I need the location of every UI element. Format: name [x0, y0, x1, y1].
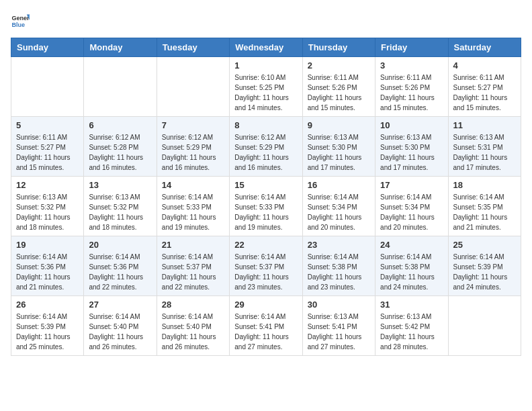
daylight-text: Daylight: 11 hours and 26 minutes.	[89, 333, 143, 351]
day-info: Sunrise: 6:14 AM Sunset: 5:37 PM Dayligh…	[234, 252, 297, 292]
calendar-cell: 7 Sunrise: 6:12 AM Sunset: 5:29 PM Dayli…	[157, 117, 229, 177]
calendar-cell: 21 Sunrise: 6:14 AM Sunset: 5:37 PM Dayl…	[157, 236, 229, 296]
calendar-cell: 27 Sunrise: 6:14 AM Sunset: 5:40 PM Dayl…	[84, 296, 157, 356]
daylight-text: Daylight: 11 hours and 15 minutes.	[308, 94, 362, 111]
sunrise-text: Sunrise: 6:12 AM	[89, 134, 140, 141]
day-number: 17	[380, 180, 443, 190]
sunset-text: Sunset: 5:37 PM	[234, 263, 284, 271]
daylight-text: Daylight: 11 hours and 27 minutes.	[234, 333, 289, 351]
calendar-cell: 11 Sunrise: 6:13 AM Sunset: 5:31 PM Dayl…	[448, 117, 521, 177]
calendar-cell: 20 Sunrise: 6:14 AM Sunset: 5:36 PM Dayl…	[84, 236, 157, 296]
calendar-cell: 2 Sunrise: 6:11 AM Sunset: 5:26 PM Dayli…	[302, 57, 375, 117]
day-info: Sunrise: 6:14 AM Sunset: 5:36 PM Dayligh…	[16, 252, 79, 292]
daylight-text: Daylight: 11 hours and 28 minutes.	[380, 333, 435, 351]
sunrise-text: Sunrise: 6:13 AM	[89, 193, 140, 201]
day-number: 18	[453, 180, 516, 190]
calendar-cell: 25 Sunrise: 6:14 AM Sunset: 5:39 PM Dayl…	[448, 236, 521, 296]
daylight-text: Daylight: 11 hours and 25 minutes.	[16, 333, 71, 351]
day-info: Sunrise: 6:14 AM Sunset: 5:40 PM Dayligh…	[162, 312, 224, 352]
sunrise-text: Sunrise: 6:12 AM	[162, 134, 213, 141]
day-info: Sunrise: 6:10 AM Sunset: 5:25 PM Dayligh…	[234, 73, 297, 113]
day-number: 7	[162, 120, 224, 130]
day-number: 25	[453, 240, 516, 250]
sunrise-text: Sunrise: 6:13 AM	[380, 134, 431, 141]
day-number: 3	[380, 60, 443, 71]
daylight-text: Daylight: 11 hours and 22 minutes.	[89, 273, 143, 291]
day-info: Sunrise: 6:13 AM Sunset: 5:32 PM Dayligh…	[16, 192, 79, 232]
sunrise-text: Sunrise: 6:14 AM	[162, 313, 213, 320]
sunrise-text: Sunrise: 6:10 AM	[234, 74, 285, 81]
day-info: Sunrise: 6:12 AM Sunset: 5:29 PM Dayligh…	[234, 132, 297, 173]
day-number: 16	[308, 180, 370, 190]
calendar-cell: 28 Sunrise: 6:14 AM Sunset: 5:40 PM Dayl…	[157, 296, 229, 356]
day-number: 26	[16, 300, 79, 310]
sunset-text: Sunset: 5:37 PM	[162, 263, 212, 271]
calendar-cell: 3 Sunrise: 6:11 AM Sunset: 5:26 PM Dayli…	[375, 57, 448, 117]
calendar-cell: 1 Sunrise: 6:10 AM Sunset: 5:25 PM Dayli…	[230, 57, 302, 117]
daylight-text: Daylight: 11 hours and 20 minutes.	[308, 214, 362, 231]
day-info: Sunrise: 6:14 AM Sunset: 5:39 PM Dayligh…	[453, 252, 516, 292]
day-info: Sunrise: 6:13 AM Sunset: 5:31 PM Dayligh…	[453, 132, 516, 173]
sunset-text: Sunset: 5:26 PM	[380, 84, 430, 91]
day-number: 23	[308, 240, 370, 250]
sunset-text: Sunset: 5:33 PM	[234, 203, 284, 211]
sunset-text: Sunset: 5:41 PM	[234, 323, 284, 330]
sunset-text: Sunset: 5:27 PM	[16, 144, 66, 151]
sunrise-text: Sunrise: 6:14 AM	[162, 253, 213, 261]
day-info: Sunrise: 6:13 AM Sunset: 5:32 PM Dayligh…	[89, 192, 151, 232]
sunset-text: Sunset: 5:40 PM	[162, 323, 212, 330]
calendar-cell: 13 Sunrise: 6:13 AM Sunset: 5:32 PM Dayl…	[84, 177, 157, 236]
day-info: Sunrise: 6:14 AM Sunset: 5:34 PM Dayligh…	[380, 192, 443, 232]
day-number: 8	[234, 120, 297, 130]
calendar-week-5: 26 Sunrise: 6:14 AM Sunset: 5:39 PM Dayl…	[11, 296, 521, 356]
daylight-text: Daylight: 11 hours and 23 minutes.	[234, 273, 289, 291]
weekday-header-thursday: Thursday	[302, 38, 375, 57]
day-number: 20	[89, 240, 151, 250]
daylight-text: Daylight: 11 hours and 17 minutes.	[380, 154, 435, 171]
day-number: 28	[162, 300, 224, 310]
sunset-text: Sunset: 5:30 PM	[380, 144, 430, 151]
day-info: Sunrise: 6:14 AM Sunset: 5:38 PM Dayligh…	[308, 252, 370, 292]
day-info: Sunrise: 6:12 AM Sunset: 5:28 PM Dayligh…	[89, 132, 151, 173]
sunrise-text: Sunrise: 6:14 AM	[162, 193, 213, 201]
sunrise-text: Sunrise: 6:14 AM	[380, 253, 431, 261]
day-info: Sunrise: 6:14 AM Sunset: 5:37 PM Dayligh…	[162, 252, 224, 292]
sunset-text: Sunset: 5:33 PM	[162, 203, 212, 211]
weekday-header-sunday: Sunday	[11, 38, 84, 57]
sunrise-text: Sunrise: 6:14 AM	[16, 313, 67, 320]
daylight-text: Daylight: 11 hours and 20 minutes.	[380, 214, 435, 231]
calendar-week-4: 19 Sunrise: 6:14 AM Sunset: 5:36 PM Dayl…	[11, 236, 521, 296]
sunrise-text: Sunrise: 6:14 AM	[308, 193, 359, 201]
day-number: 5	[16, 120, 79, 130]
calendar-cell: 5 Sunrise: 6:11 AM Sunset: 5:27 PM Dayli…	[11, 117, 84, 177]
day-number: 2	[308, 60, 370, 71]
calendar-cell: 12 Sunrise: 6:13 AM Sunset: 5:32 PM Dayl…	[11, 177, 84, 236]
calendar-cell: 31 Sunrise: 6:13 AM Sunset: 5:42 PM Dayl…	[375, 296, 448, 356]
sunrise-text: Sunrise: 6:14 AM	[380, 193, 431, 201]
sunset-text: Sunset: 5:26 PM	[308, 84, 357, 91]
day-info: Sunrise: 6:12 AM Sunset: 5:29 PM Dayligh…	[162, 132, 224, 173]
calendar-cell: 17 Sunrise: 6:14 AM Sunset: 5:34 PM Dayl…	[375, 177, 448, 236]
sunset-text: Sunset: 5:28 PM	[89, 144, 138, 151]
calendar-cell: 9 Sunrise: 6:13 AM Sunset: 5:30 PM Dayli…	[302, 117, 375, 177]
sunrise-text: Sunrise: 6:14 AM	[89, 253, 140, 261]
day-info: Sunrise: 6:13 AM Sunset: 5:30 PM Dayligh…	[308, 132, 370, 173]
day-number: 29	[234, 300, 297, 310]
day-number: 22	[234, 240, 297, 250]
day-number: 11	[453, 120, 516, 130]
daylight-text: Daylight: 11 hours and 16 minutes.	[89, 154, 143, 171]
sunset-text: Sunset: 5:42 PM	[380, 323, 430, 330]
weekday-header-tuesday: Tuesday	[157, 38, 229, 57]
sunset-text: Sunset: 5:27 PM	[453, 84, 503, 91]
weekday-header-saturday: Saturday	[448, 38, 521, 57]
daylight-text: Daylight: 11 hours and 23 minutes.	[308, 273, 362, 291]
calendar-cell: 29 Sunrise: 6:14 AM Sunset: 5:41 PM Dayl…	[230, 296, 302, 356]
sunrise-text: Sunrise: 6:14 AM	[234, 313, 285, 320]
sunset-text: Sunset: 5:29 PM	[234, 144, 284, 151]
day-info: Sunrise: 6:14 AM Sunset: 5:41 PM Dayligh…	[234, 312, 297, 352]
sunset-text: Sunset: 5:25 PM	[234, 84, 284, 91]
day-number: 1	[234, 60, 297, 71]
logo: General Blue	[11, 11, 30, 30]
sunrise-text: Sunrise: 6:14 AM	[234, 193, 285, 201]
calendar-week-1: 1 Sunrise: 6:10 AM Sunset: 5:25 PM Dayli…	[11, 57, 521, 117]
